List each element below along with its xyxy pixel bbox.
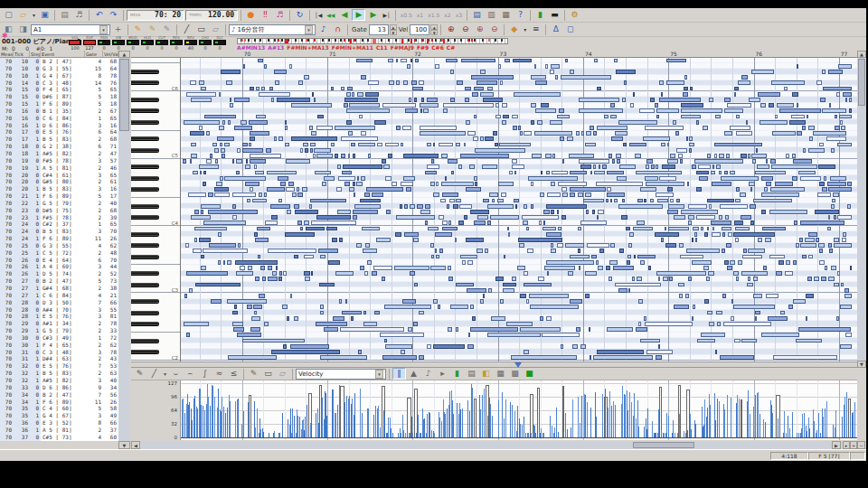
midi-note[interactable] [365,92,379,97]
midi-note[interactable] [201,255,204,259]
midi-note[interactable] [290,344,329,349]
gate-value[interactable]: 13 [369,24,389,35]
midi-note[interactable] [430,266,446,270]
midi-note[interactable] [695,238,697,242]
midi-note[interactable] [561,75,610,80]
midi-note[interactable] [534,131,572,136]
velocity-bar[interactable] [487,416,488,438]
midi-note[interactable] [731,299,733,304]
midi-note[interactable] [546,316,552,321]
velocity-bar[interactable] [322,398,323,438]
midi-note[interactable] [524,283,552,287]
event-row[interactable]: 70160C 6 [ 84]165 [0,115,118,122]
midi-note[interactable] [599,164,600,169]
midi-note[interactable] [259,192,263,197]
midi-note[interactable] [734,92,736,97]
velocity-bar[interactable] [804,413,805,438]
midi-note[interactable] [651,164,655,169]
event-row[interactable]: 70261A 4 [ 69]344 [0,263,118,270]
midi-note[interactable] [786,260,790,265]
midi-note[interactable] [541,103,549,108]
compress-icon[interactable]: ≤ [227,368,241,380]
midi-note[interactable] [610,103,615,108]
midi-note[interactable] [597,126,627,130]
midi-note[interactable] [738,260,741,265]
midi-note[interactable] [531,204,533,209]
midi-note[interactable] [483,98,502,102]
midi-note[interactable] [726,243,731,248]
midi-note[interactable] [354,192,355,197]
midi-note[interactable] [734,339,740,343]
velocity-bar[interactable] [337,405,338,438]
midi-note[interactable] [310,143,316,147]
midi-note[interactable] [405,108,418,113]
midi-note[interactable] [535,108,556,113]
midi-note[interactable] [637,277,642,281]
midi-note[interactable] [751,154,767,158]
midi-note[interactable] [773,355,837,360]
midi-note[interactable] [250,327,260,332]
velocity-bar[interactable] [724,409,725,438]
velocity-bar[interactable] [638,427,639,439]
midi-note[interactable] [609,277,612,281]
midi-note[interactable] [526,299,529,304]
midi-note[interactable] [519,243,524,248]
midi-note[interactable] [818,164,835,169]
midi-note[interactable] [719,215,722,220]
midi-note[interactable] [186,92,216,97]
midi-note[interactable] [482,164,497,169]
midi-note[interactable] [436,182,439,186]
midi-note[interactable] [401,182,413,186]
midi-note[interactable] [802,126,806,130]
midi-note[interactable] [507,227,509,231]
midi-note[interactable] [344,98,378,102]
midi-note[interactable] [306,227,326,231]
midi-note[interactable] [719,171,722,175]
midi-note[interactable] [849,98,852,102]
midi-note[interactable] [843,232,847,237]
midi-note[interactable] [840,120,843,125]
black-key[interactable] [131,283,159,287]
midi-note[interactable] [648,266,651,270]
cc-meter-dly[interactable]: DLY0 [213,36,226,51]
midi-note[interactable] [513,126,517,130]
midi-note[interactable] [628,243,632,248]
midi-note[interactable] [340,327,404,332]
midi-note[interactable] [789,120,806,125]
black-key[interactable] [131,164,159,169]
event-row[interactable]: 70300C#3 [ 49]172 [0,334,118,342]
event-row[interactable]: 70250G 3 [ 55]462 [0,242,118,249]
midi-note[interactable] [440,199,446,203]
midi-note[interactable] [760,120,788,125]
midi-note[interactable] [442,227,458,231]
black-key[interactable] [131,339,159,343]
scroll-left-icon[interactable]: ◀ [131,441,140,449]
event-row[interactable]: 70321A#5 [ 82]340 [0,377,118,384]
midi-note[interactable] [430,243,435,248]
midi-note[interactable] [254,232,258,237]
midi-note[interactable] [733,305,775,309]
event-header-meas[interactable]: Meas [0,51,14,57]
black-key[interactable] [131,204,159,209]
velocity-bar[interactable] [710,405,711,438]
midi-note[interactable] [771,164,817,169]
midi-note[interactable] [455,238,458,242]
midi-note[interactable] [724,260,730,265]
midi-note[interactable] [614,199,618,203]
midi-note[interactable] [498,64,501,69]
midi-note[interactable] [531,120,533,125]
midi-note[interactable] [733,232,775,237]
midi-note[interactable] [487,333,541,337]
midi-note[interactable] [669,277,673,281]
velocity-bar[interactable] [605,389,606,438]
midi-note[interactable] [266,148,270,153]
event-row[interactable]: 70370C#5 [ 73]460 [0,434,118,441]
midi-note[interactable] [681,115,701,119]
midi-note[interactable] [512,164,524,169]
midi-note[interactable] [843,92,852,97]
midi-note[interactable] [640,260,645,265]
midi-note[interactable] [646,182,684,186]
midi-note[interactable] [341,136,378,141]
stats-icon[interactable]: Δ [549,23,562,35]
staccato-icon[interactable]: ♪ [316,23,330,35]
